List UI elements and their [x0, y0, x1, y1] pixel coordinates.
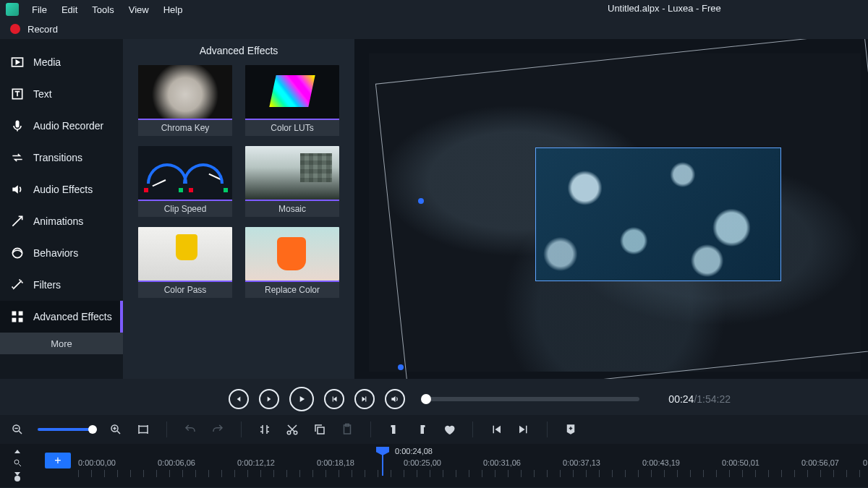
sidebar-item-label: Text [33, 88, 52, 100]
sidebar-item-label: Filters [33, 279, 61, 291]
svg-rect-3 [16, 121, 20, 128]
record-icon [10, 24, 20, 34]
prev-frame-button[interactable] [229, 389, 249, 409]
sidebar-item-audio-recorder[interactable]: Audio Recorder [0, 110, 123, 142]
sidebar-item-text[interactable]: Text [0, 78, 123, 110]
sidebar-item-audio-effects[interactable]: Audio Effects [0, 174, 123, 205]
svg-point-17 [14, 460, 19, 464]
mark-in-icon[interactable] [387, 422, 401, 437]
timeline-ruler[interactable]: 0:00:00,00 0:00:06,06 0:00:12,12 0:00:18… [78, 447, 868, 476]
effect-card-mosaic[interactable]: Mosaic [245, 146, 339, 217]
zoom-slider[interactable] [38, 428, 95, 431]
undo-icon[interactable] [183, 422, 197, 437]
arrow-up-icon[interactable] [13, 448, 22, 457]
effect-card-color-luts[interactable]: Color LUTs [245, 65, 339, 136]
effect-thumbnail [138, 65, 232, 119]
ruler-label: 0:00:06,06 [158, 458, 195, 467]
skip-forward-button[interactable] [354, 389, 375, 409]
preview-viewport[interactable] [354, 39, 868, 379]
effect-card-chroma-key[interactable]: Chroma Key [138, 65, 232, 136]
menu-edit[interactable]: Edit [54, 0, 85, 19]
main-area: Media Text Audio Recorder Transitions Au… [0, 39, 868, 379]
effects-panel-title: Advanced Effects [200, 45, 278, 56]
fit-timeline-icon[interactable] [136, 422, 150, 437]
sidebar-item-label: Audio Recorder [33, 120, 103, 132]
sidebar-item-label: Animations [33, 215, 83, 227]
redo-icon[interactable] [210, 422, 225, 437]
speaker-icon [10, 182, 25, 197]
track-controls [13, 448, 22, 477]
mark-out-icon[interactable] [414, 422, 429, 437]
effect-thumbnail [138, 227, 232, 281]
selection-handle[interactable] [398, 364, 404, 370]
playback-controls: 00:24/1:54:22 [0, 379, 868, 415]
effect-card-replace-color[interactable]: Replace Color [245, 227, 339, 298]
ruler-label: 0:00:56,07 [801, 458, 839, 467]
zoom-out-icon[interactable] [10, 422, 25, 437]
menu-tools[interactable]: Tools [85, 0, 121, 19]
ruler-label: 0:00:12,12 [237, 458, 275, 467]
copy-icon[interactable] [312, 422, 327, 437]
sidebar-item-label: Behaviors [33, 247, 78, 259]
zoom-in-icon[interactable] [109, 422, 123, 437]
ruler-label: 0:00:18,18 [317, 458, 354, 467]
timeline[interactable]: + 0:00:00,00 0:00:06,06 0:00:12,12 0:00:… [0, 444, 868, 487]
add-track-button[interactable]: + [45, 453, 71, 468]
sidebar-item-label: Audio Effects [33, 184, 93, 195]
paste-icon[interactable] [340, 422, 354, 437]
sidebar-item-media[interactable]: Media [0, 46, 123, 78]
effect-label: Clip Speed [138, 200, 232, 217]
sidebar-item-label: Advanced Effects [33, 311, 112, 322]
ruler-label: 0:01:0 [863, 458, 868, 467]
go-end-icon[interactable] [516, 422, 531, 437]
sidebar-item-advanced-effects[interactable]: Advanced Effects [0, 301, 123, 333]
volume-button[interactable] [385, 389, 405, 409]
skip-back-button[interactable] [324, 389, 344, 409]
menu-view[interactable]: View [122, 0, 156, 19]
ruler-label: 0:00:25,00 [404, 458, 441, 467]
progress-handle[interactable] [421, 394, 431, 404]
svg-rect-6 [19, 312, 23, 316]
advanced-effects-icon [10, 309, 25, 324]
sidebar-item-filters[interactable]: Filters [0, 269, 123, 301]
split-icon[interactable] [258, 422, 272, 437]
svg-rect-14 [318, 427, 324, 434]
svg-rect-5 [12, 312, 17, 316]
track-indicator [14, 476, 20, 481]
playhead-time-label: 0:00:24,08 [395, 447, 433, 455]
go-start-icon[interactable] [489, 422, 503, 437]
sidebar-item-behaviors[interactable]: Behaviors [0, 237, 123, 269]
current-time: 00:24 [668, 393, 694, 405]
zoom-icon[interactable] [13, 458, 22, 467]
next-frame-button[interactable] [259, 389, 279, 409]
effect-label: Mosaic [245, 200, 339, 217]
playhead[interactable] [382, 447, 383, 476]
playback-progress[interactable] [422, 397, 639, 401]
timeline-toolbar [0, 415, 868, 444]
menu-help[interactable]: Help [156, 0, 190, 19]
effect-label: Replace Color [245, 281, 339, 298]
favorite-icon[interactable] [442, 422, 456, 437]
add-marker-icon[interactable] [563, 422, 578, 437]
ruler-label: 0:00:43,19 [642, 458, 680, 467]
text-icon [10, 87, 25, 101]
app-logo-icon [6, 3, 19, 16]
preview-clip[interactable] [535, 147, 781, 281]
effect-label: Chroma Key [138, 119, 232, 136]
behaviors-icon [10, 246, 25, 260]
sidebar-item-animations[interactable]: Animations [0, 205, 123, 237]
play-button[interactable] [289, 387, 314, 411]
ruler-label: 0:00:31,06 [483, 458, 521, 467]
sidebar-item-transitions[interactable]: Transitions [0, 142, 123, 174]
effect-card-color-pass[interactable]: Color Pass [138, 227, 232, 298]
menu-file[interactable]: File [25, 0, 54, 19]
record-button[interactable]: Record [27, 24, 58, 35]
ruler-label: 0:00:37,13 [563, 458, 600, 467]
effect-thumbnail [245, 65, 339, 119]
effect-card-clip-speed[interactable]: Clip Speed [138, 146, 232, 217]
svg-rect-7 [12, 318, 17, 322]
sidebar-more-button[interactable]: More [0, 333, 123, 354]
cut-icon[interactable] [285, 422, 299, 437]
selection-handle[interactable] [418, 198, 424, 204]
magic-wand-icon [10, 278, 25, 292]
